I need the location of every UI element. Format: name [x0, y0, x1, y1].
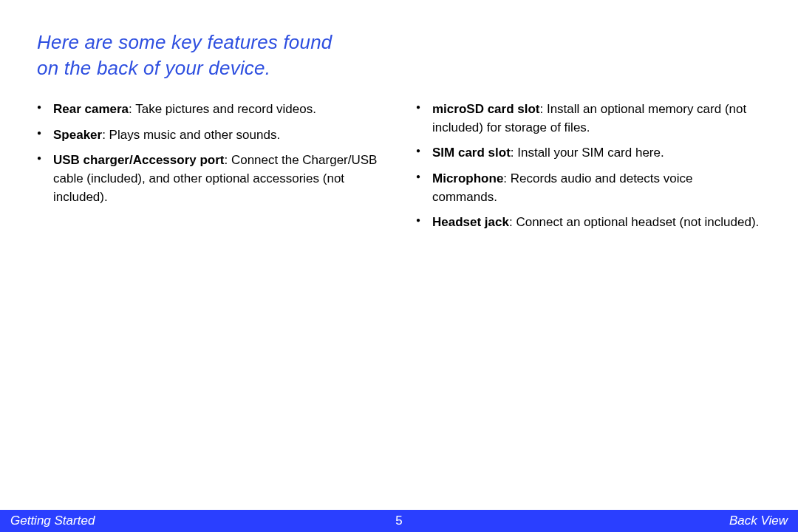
feature-term: Speaker	[53, 128, 102, 142]
list-item: USB charger/Accessory port: Connect the …	[53, 151, 382, 206]
footer-left: Getting Started	[10, 514, 95, 528]
footer-right: Back View	[729, 514, 788, 528]
page-footer: Getting Started 5 Back View	[0, 510, 798, 532]
left-column: Rear camera: Take pictures and record vi…	[37, 100, 382, 239]
document-page: Here are some key features found on the …	[0, 0, 798, 532]
right-column: microSD card slot: Install an optional m…	[416, 100, 761, 239]
heading-line-1: Here are some key features found	[37, 31, 332, 53]
feature-list-left: Rear camera: Take pictures and record vi…	[37, 100, 382, 206]
list-item: Headset jack: Connect an optional headse…	[432, 214, 761, 232]
list-item: Microphone: Records audio and detects vo…	[432, 170, 761, 206]
feature-term: microSD card slot	[432, 102, 540, 116]
list-item: Rear camera: Take pictures and record vi…	[53, 100, 382, 119]
feature-term: Rear camera	[53, 102, 129, 116]
feature-desc: : Connect an optional headset (not inclu…	[509, 215, 759, 229]
content-columns: Rear camera: Take pictures and record vi…	[37, 100, 761, 239]
heading-line-2: on the back of your device.	[37, 57, 270, 79]
list-item: Speaker: Plays music and other sounds.	[53, 126, 382, 145]
feature-term: USB charger/Accessory port	[53, 153, 224, 167]
list-item: microSD card slot: Install an optional m…	[432, 100, 761, 137]
feature-desc: : Install your SIM card here.	[511, 146, 664, 160]
feature-list-right: microSD card slot: Install an optional m…	[416, 100, 761, 232]
feature-desc: : Plays music and other sounds.	[102, 128, 280, 142]
footer-page-number: 5	[395, 514, 402, 528]
feature-term: SIM card slot	[432, 146, 511, 160]
feature-desc: : Take pictures and record videos.	[129, 102, 316, 116]
list-item: SIM card slot: Install your SIM card her…	[432, 144, 761, 163]
page-heading: Here are some key features found on the …	[37, 30, 761, 81]
feature-term: Microphone	[432, 171, 503, 185]
feature-term: Headset jack	[432, 215, 509, 229]
